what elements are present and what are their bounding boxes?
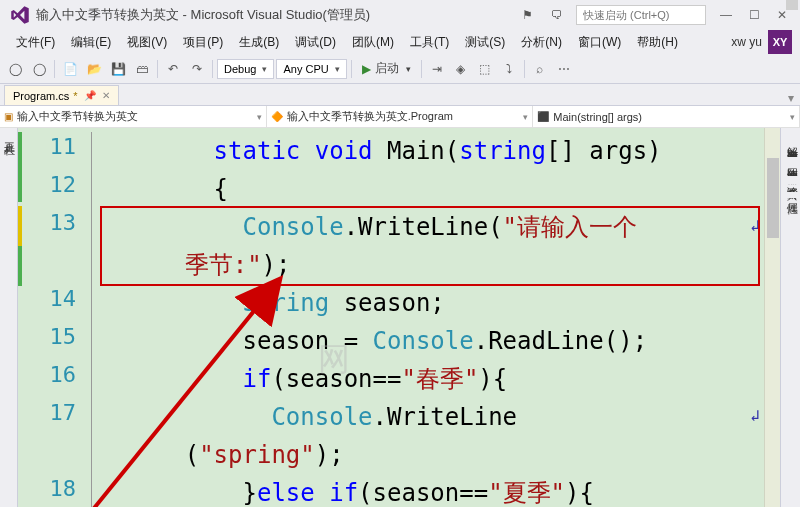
menu-view[interactable]: 视图(V): [119, 32, 175, 53]
outline-track: [88, 128, 98, 507]
redo-icon[interactable]: ↷: [186, 58, 208, 80]
class-icon: 🔶: [271, 111, 283, 122]
vertical-scrollbar[interactable]: [764, 128, 780, 507]
nav-class[interactable]: 🔶输入中文季节转换为英文.Program: [267, 106, 534, 127]
user-avatar[interactable]: XY: [768, 30, 792, 54]
nav-scope[interactable]: ▣输入中文季节转换为英文: [0, 106, 267, 127]
nav-back-icon[interactable]: ◯: [4, 58, 26, 80]
menu-edit[interactable]: 编辑(E): [63, 32, 119, 53]
stepover-icon[interactable]: ⤵: [498, 58, 520, 80]
tab-overflow-icon[interactable]: ▾: [782, 91, 800, 105]
code-editor[interactable]: 111213141516171819 static void Main(stri…: [18, 128, 780, 507]
modification-bar: [18, 128, 22, 507]
method-icon: ⬛: [537, 111, 549, 122]
line-number-gutter: 111213141516171819: [18, 128, 88, 507]
undo-icon[interactable]: ↶: [162, 58, 184, 80]
title-bar: 输入中文季节转换为英文 - Microsoft Visual Studio(管理…: [0, 0, 800, 30]
menu-help[interactable]: 帮助(H): [629, 32, 686, 53]
dock-solution-explorer[interactable]: 解决方案资源管理器: [781, 136, 800, 149]
start-debug-button[interactable]: ▶启动▾: [356, 59, 417, 78]
find-icon[interactable]: ⌕: [529, 58, 551, 80]
close-tab-icon[interactable]: ✕: [102, 90, 110, 101]
minimize-button[interactable]: —: [712, 5, 740, 25]
vs-logo-icon: [10, 5, 30, 25]
menu-bar: 文件(F) 编辑(E) 视图(V) 项目(P) 生成(B) 调试(D) 团队(M…: [0, 30, 800, 54]
menu-debug[interactable]: 调试(D): [287, 32, 344, 53]
feedback-icon[interactable]: 🗨: [546, 4, 568, 26]
right-dock: 解决方案资源管理器 团队资源管理器 诊断工具 属性: [780, 128, 800, 507]
quick-launch-input[interactable]: [576, 5, 706, 25]
toolbar: ◯ ◯ 📄 📂 💾 🗃 ↶ ↷ Debug Any CPU ▶启动▾ ⇥ ◈ ⬚…: [0, 54, 800, 84]
modified-indicator: *: [73, 90, 77, 102]
menu-analyze[interactable]: 分析(N): [513, 32, 570, 53]
window-title: 输入中文季节转换为英文 - Microsoft Visual Studio(管理…: [36, 6, 370, 24]
scroll-thumb[interactable]: [767, 158, 779, 238]
dock-diagnostics[interactable]: 诊断工具: [781, 176, 800, 184]
code-content[interactable]: static void Main(string[] args) { Consol…: [98, 128, 764, 507]
proc-icon[interactable]: ⬚: [474, 58, 496, 80]
flag-icon[interactable]: ⚑: [516, 4, 538, 26]
user-name[interactable]: xw yu: [731, 35, 762, 49]
maximize-button[interactable]: ☐: [740, 5, 768, 25]
config-combo[interactable]: Debug: [217, 59, 274, 79]
menu-window[interactable]: 窗口(W): [570, 32, 629, 53]
menu-project[interactable]: 项目(P): [175, 32, 231, 53]
split-handle[interactable]: [786, 0, 798, 10]
menu-team[interactable]: 团队(M): [344, 32, 402, 53]
menu-tools[interactable]: 工具(T): [402, 32, 457, 53]
comment-icon[interactable]: ⋯: [553, 58, 575, 80]
bp-icon[interactable]: ◈: [450, 58, 472, 80]
tab-program-cs[interactable]: Program.cs* 📌 ✕: [4, 85, 119, 105]
dock-team-explorer[interactable]: 团队资源管理器: [781, 157, 800, 168]
tab-label: Program.cs: [13, 90, 69, 102]
left-dock-tab[interactable]: 工具栏: [0, 128, 18, 507]
menu-file[interactable]: 文件(F): [8, 32, 63, 53]
pin-icon[interactable]: 📌: [84, 90, 96, 101]
open-icon[interactable]: 📂: [83, 58, 105, 80]
step-icon[interactable]: ⇥: [426, 58, 448, 80]
navigator-bar: ▣输入中文季节转换为英文 🔶输入中文季节转换为英文.Program ⬛Main(…: [0, 106, 800, 128]
save-all-icon[interactable]: 🗃: [131, 58, 153, 80]
nav-member[interactable]: ⬛Main(string[] args): [533, 106, 800, 127]
play-icon: ▶: [362, 62, 371, 76]
document-tabs: Program.cs* 📌 ✕ ▾: [0, 84, 800, 106]
platform-combo[interactable]: Any CPU: [276, 59, 346, 79]
menu-build[interactable]: 生成(B): [231, 32, 287, 53]
dock-properties[interactable]: 属性: [781, 192, 800, 198]
save-icon[interactable]: 💾: [107, 58, 129, 80]
new-file-icon[interactable]: 📄: [59, 58, 81, 80]
nav-fwd-icon[interactable]: ◯: [28, 58, 50, 80]
csproj-icon: ▣: [4, 111, 13, 122]
menu-test[interactable]: 测试(S): [457, 32, 513, 53]
